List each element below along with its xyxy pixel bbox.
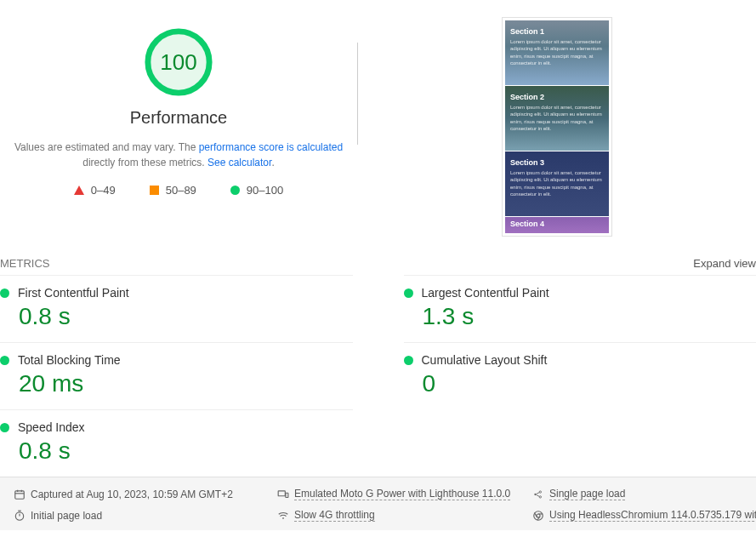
thumb-section-2: Section 2 Lorem ipsum dolor sit amet, co… bbox=[505, 86, 609, 151]
legend-fail-label: 0–49 bbox=[91, 184, 116, 197]
see-calculator-link[interactable]: See calculator bbox=[207, 157, 271, 169]
legend-pass-label: 90–100 bbox=[247, 184, 283, 197]
summary-area: 100 Performance Values are estimated and… bbox=[0, 0, 756, 254]
pass-dot-icon bbox=[0, 423, 9, 432]
thumb-s3-title: Section 3 bbox=[510, 158, 604, 167]
metric-si-label: Speed Index bbox=[18, 420, 85, 434]
performance-gauge: 100 bbox=[142, 26, 215, 99]
metrics-grid: First Contentful Paint 0.8 s Largest Con… bbox=[0, 275, 756, 477]
footer-emulated-text: Emulated Moto G Power with Lighthouse 11… bbox=[294, 488, 510, 500]
score-column: 100 Performance Values are estimated and… bbox=[0, 17, 357, 197]
thumb-s1-title: Section 1 bbox=[510, 27, 604, 36]
triangle-red-icon bbox=[74, 186, 84, 195]
svg-line-11 bbox=[537, 492, 540, 494]
metric-fcp[interactable]: First Contentful Paint 0.8 s bbox=[0, 275, 353, 342]
pass-dot-icon bbox=[404, 356, 413, 365]
metric-tbt-value: 20 ms bbox=[19, 370, 353, 397]
metric-si-value: 0.8 s bbox=[19, 437, 353, 465]
legend-pass: 90–100 bbox=[230, 184, 283, 197]
svg-point-10 bbox=[539, 495, 541, 497]
thumb-s4-title: Section 4 bbox=[510, 220, 604, 228]
timer-icon bbox=[14, 510, 26, 522]
thumb-section-3: Section 3 Lorem ipsum dolor sit amet, co… bbox=[505, 151, 609, 216]
metric-tbt-label: Total Blocking Time bbox=[18, 353, 121, 367]
expand-view-toggle[interactable]: Expand view bbox=[693, 257, 756, 270]
pass-dot-icon bbox=[404, 288, 413, 298]
thumbnail-column: Section 1 Lorem ipsum dolor sit amet, co… bbox=[358, 17, 756, 237]
footer-initial-text: Initial page load bbox=[31, 510, 102, 522]
gauge-score: 100 bbox=[142, 26, 215, 99]
metrics-heading: METRICS bbox=[0, 257, 50, 270]
legend-avg-label: 50–89 bbox=[166, 184, 196, 197]
pass-dot-icon bbox=[0, 288, 9, 298]
calendar-icon bbox=[14, 488, 26, 500]
footer-throttling-text: Slow 4G throttling bbox=[294, 509, 375, 522]
disclaimer-mid: directly from these metrics. bbox=[82, 157, 207, 169]
square-orange-icon bbox=[150, 186, 159, 195]
footer-captured-text: Captured at Aug 10, 2023, 10:59 AM GMT+2 bbox=[31, 488, 233, 500]
legend-average: 50–89 bbox=[150, 184, 196, 197]
metrics-header: METRICS Expand view bbox=[0, 254, 756, 275]
thumb-s3-text: Lorem ipsum dolor sit amet, consectetur … bbox=[510, 169, 604, 198]
devices-icon bbox=[277, 488, 289, 500]
footer-initial-load: Initial page load bbox=[14, 509, 269, 522]
svg-point-13 bbox=[15, 511, 23, 519]
svg-point-8 bbox=[534, 493, 536, 494]
metric-fcp-value: 0.8 s bbox=[19, 303, 353, 330]
thumb-section-4: Section 4 bbox=[505, 217, 609, 233]
metric-cls-label: Cumulative Layout Shift bbox=[422, 353, 548, 367]
legend-fail: 0–49 bbox=[74, 184, 116, 197]
metric-lcp-label: Largest Contentful Paint bbox=[422, 286, 549, 300]
samples-icon bbox=[532, 488, 544, 500]
footer-captured: Captured at Aug 10, 2023, 10:59 AM GMT+2 bbox=[14, 488, 269, 500]
run-footer: Captured at Aug 10, 2023, 10:59 AM GMT+2… bbox=[0, 477, 756, 530]
category-title: Performance bbox=[0, 108, 357, 128]
thumb-s2-text: Lorem ipsum dolor sit amet, consectetur … bbox=[510, 104, 604, 133]
svg-rect-6 bbox=[278, 490, 285, 495]
footer-browser[interactable]: Using HeadlessChromium 114.0.5735.179 wi… bbox=[532, 509, 756, 522]
thumb-section-1: Section 1 Lorem ipsum dolor sit amet, co… bbox=[505, 20, 609, 85]
pass-dot-icon bbox=[0, 356, 9, 365]
footer-browser-text: Using HeadlessChromium 114.0.5735.179 wi… bbox=[549, 509, 756, 522]
circle-green-icon bbox=[230, 186, 240, 195]
metric-fcp-label: First Contentful Paint bbox=[18, 286, 129, 300]
footer-spl-text: Single page load bbox=[549, 488, 625, 500]
chrome-icon bbox=[532, 510, 544, 522]
metric-si[interactable]: Speed Index 0.8 s bbox=[0, 409, 353, 477]
thumb-s1-text: Lorem ipsum dolor sit amet, consectetur … bbox=[510, 38, 604, 67]
score-disclaimer: Values are estimated and may vary. The p… bbox=[0, 140, 357, 170]
metric-lcp-value: 1.3 s bbox=[423, 303, 757, 330]
score-calc-link[interactable]: performance score is calculated bbox=[199, 141, 343, 153]
footer-throttling[interactable]: Slow 4G throttling bbox=[277, 509, 524, 522]
page-thumbnail[interactable]: Section 1 Lorem ipsum dolor sit amet, co… bbox=[502, 17, 612, 237]
metric-lcp[interactable]: Largest Contentful Paint 1.3 s bbox=[404, 275, 757, 342]
footer-emulated[interactable]: Emulated Moto G Power with Lighthouse 11… bbox=[277, 488, 524, 500]
svg-point-9 bbox=[539, 490, 541, 492]
disclaimer-text: Values are estimated and may vary. The bbox=[14, 141, 199, 153]
metric-tbt[interactable]: Total Blocking Time 20 ms bbox=[0, 342, 353, 409]
footer-single-page-load[interactable]: Single page load bbox=[532, 488, 756, 500]
svg-rect-2 bbox=[15, 490, 25, 498]
svg-line-12 bbox=[537, 494, 540, 496]
metric-cls[interactable]: Cumulative Layout Shift 0 bbox=[404, 342, 757, 409]
svg-point-16 bbox=[282, 517, 284, 519]
svg-rect-7 bbox=[286, 493, 288, 497]
network-icon bbox=[277, 510, 289, 522]
thumb-s2-title: Section 2 bbox=[510, 93, 604, 101]
score-legend: 0–49 50–89 90–100 bbox=[0, 184, 357, 197]
metric-cls-value: 0 bbox=[423, 370, 757, 397]
